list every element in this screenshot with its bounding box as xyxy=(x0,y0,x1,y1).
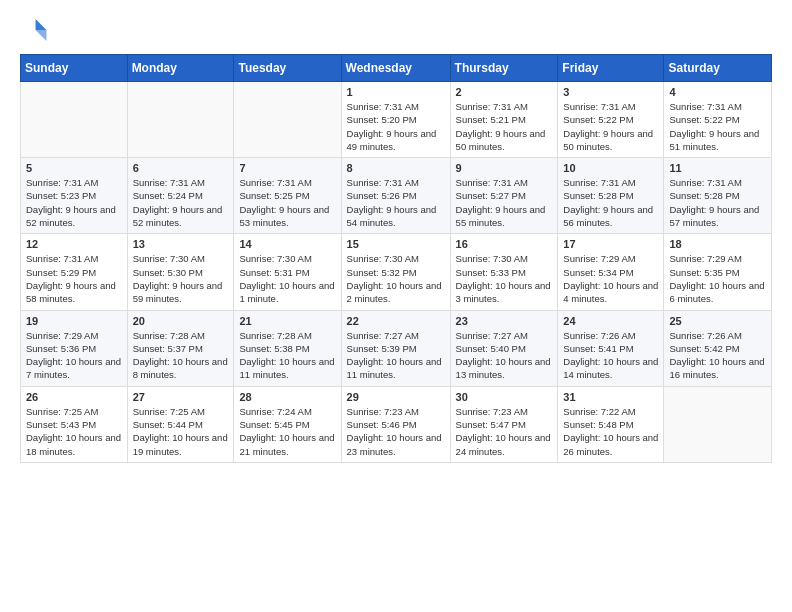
calendar-cell: 10 Sunrise: 7:31 AM Sunset: 5:28 PM Dayl… xyxy=(558,158,664,234)
day-info: Sunrise: 7:27 AM Sunset: 5:40 PM Dayligh… xyxy=(456,329,553,382)
day-number: 8 xyxy=(347,162,445,174)
day-info: Sunrise: 7:25 AM Sunset: 5:44 PM Dayligh… xyxy=(133,405,229,458)
calendar-cell: 30 Sunrise: 7:23 AM Sunset: 5:47 PM Dayl… xyxy=(450,386,558,462)
daylight-text: Daylight: 9 hours and 51 minutes. xyxy=(669,128,759,152)
daylight-text: Daylight: 10 hours and 23 minutes. xyxy=(347,432,442,456)
sunrise-text: Sunrise: 7:23 AM xyxy=(347,406,419,417)
calendar-week-row: 26 Sunrise: 7:25 AM Sunset: 5:43 PM Dayl… xyxy=(21,386,772,462)
day-number: 16 xyxy=(456,238,553,250)
sunset-text: Sunset: 5:28 PM xyxy=(669,190,739,201)
sunset-text: Sunset: 5:22 PM xyxy=(669,114,739,125)
day-info: Sunrise: 7:31 AM Sunset: 5:22 PM Dayligh… xyxy=(563,100,658,153)
calendar-cell xyxy=(21,82,128,158)
daylight-text: Daylight: 9 hours and 54 minutes. xyxy=(347,204,437,228)
calendar-cell: 5 Sunrise: 7:31 AM Sunset: 5:23 PM Dayli… xyxy=(21,158,128,234)
day-info: Sunrise: 7:25 AM Sunset: 5:43 PM Dayligh… xyxy=(26,405,122,458)
day-info: Sunrise: 7:29 AM Sunset: 5:34 PM Dayligh… xyxy=(563,252,658,305)
sunrise-text: Sunrise: 7:31 AM xyxy=(563,101,635,112)
calendar-cell: 20 Sunrise: 7:28 AM Sunset: 5:37 PM Dayl… xyxy=(127,310,234,386)
sunrise-text: Sunrise: 7:30 AM xyxy=(133,253,205,264)
day-number: 22 xyxy=(347,315,445,327)
sunset-text: Sunset: 5:44 PM xyxy=(133,419,203,430)
day-info: Sunrise: 7:31 AM Sunset: 5:20 PM Dayligh… xyxy=(347,100,445,153)
day-number: 6 xyxy=(133,162,229,174)
sunset-text: Sunset: 5:34 PM xyxy=(563,267,633,278)
sunset-text: Sunset: 5:42 PM xyxy=(669,343,739,354)
sunrise-text: Sunrise: 7:30 AM xyxy=(239,253,311,264)
day-info: Sunrise: 7:31 AM Sunset: 5:23 PM Dayligh… xyxy=(26,176,122,229)
day-number: 12 xyxy=(26,238,122,250)
calendar-cell: 22 Sunrise: 7:27 AM Sunset: 5:39 PM Dayl… xyxy=(341,310,450,386)
calendar-cell: 15 Sunrise: 7:30 AM Sunset: 5:32 PM Dayl… xyxy=(341,234,450,310)
sunrise-text: Sunrise: 7:27 AM xyxy=(347,330,419,341)
day-number: 15 xyxy=(347,238,445,250)
sunrise-text: Sunrise: 7:29 AM xyxy=(669,253,741,264)
sunset-text: Sunset: 5:31 PM xyxy=(239,267,309,278)
day-number: 24 xyxy=(563,315,658,327)
day-info: Sunrise: 7:31 AM Sunset: 5:27 PM Dayligh… xyxy=(456,176,553,229)
calendar-cell: 1 Sunrise: 7:31 AM Sunset: 5:20 PM Dayli… xyxy=(341,82,450,158)
daylight-text: Daylight: 10 hours and 6 minutes. xyxy=(669,280,764,304)
logo xyxy=(20,16,52,44)
day-number: 23 xyxy=(456,315,553,327)
calendar-cell: 17 Sunrise: 7:29 AM Sunset: 5:34 PM Dayl… xyxy=(558,234,664,310)
sunrise-text: Sunrise: 7:26 AM xyxy=(563,330,635,341)
calendar-cell: 19 Sunrise: 7:29 AM Sunset: 5:36 PM Dayl… xyxy=(21,310,128,386)
daylight-text: Daylight: 10 hours and 13 minutes. xyxy=(456,356,551,380)
daylight-text: Daylight: 9 hours and 49 minutes. xyxy=(347,128,437,152)
calendar-cell: 23 Sunrise: 7:27 AM Sunset: 5:40 PM Dayl… xyxy=(450,310,558,386)
calendar-cell: 8 Sunrise: 7:31 AM Sunset: 5:26 PM Dayli… xyxy=(341,158,450,234)
sunrise-text: Sunrise: 7:31 AM xyxy=(347,177,419,188)
column-header-tuesday: Tuesday xyxy=(234,55,341,82)
sunrise-text: Sunrise: 7:29 AM xyxy=(26,330,98,341)
daylight-text: Daylight: 10 hours and 7 minutes. xyxy=(26,356,121,380)
calendar-cell: 9 Sunrise: 7:31 AM Sunset: 5:27 PM Dayli… xyxy=(450,158,558,234)
calendar-week-row: 12 Sunrise: 7:31 AM Sunset: 5:29 PM Dayl… xyxy=(21,234,772,310)
sunrise-text: Sunrise: 7:24 AM xyxy=(239,406,311,417)
daylight-text: Daylight: 10 hours and 26 minutes. xyxy=(563,432,658,456)
sunset-text: Sunset: 5:35 PM xyxy=(669,267,739,278)
calendar-cell: 3 Sunrise: 7:31 AM Sunset: 5:22 PM Dayli… xyxy=(558,82,664,158)
sunrise-text: Sunrise: 7:31 AM xyxy=(456,177,528,188)
calendar-cell xyxy=(664,386,772,462)
sunrise-text: Sunrise: 7:31 AM xyxy=(26,253,98,264)
day-number: 19 xyxy=(26,315,122,327)
sunset-text: Sunset: 5:37 PM xyxy=(133,343,203,354)
daylight-text: Daylight: 9 hours and 56 minutes. xyxy=(563,204,653,228)
day-number: 11 xyxy=(669,162,766,174)
calendar-cell: 14 Sunrise: 7:30 AM Sunset: 5:31 PM Dayl… xyxy=(234,234,341,310)
day-info: Sunrise: 7:29 AM Sunset: 5:35 PM Dayligh… xyxy=(669,252,766,305)
sunrise-text: Sunrise: 7:27 AM xyxy=(456,330,528,341)
calendar-cell: 18 Sunrise: 7:29 AM Sunset: 5:35 PM Dayl… xyxy=(664,234,772,310)
sunrise-text: Sunrise: 7:25 AM xyxy=(26,406,98,417)
day-info: Sunrise: 7:30 AM Sunset: 5:33 PM Dayligh… xyxy=(456,252,553,305)
calendar-week-row: 5 Sunrise: 7:31 AM Sunset: 5:23 PM Dayli… xyxy=(21,158,772,234)
daylight-text: Daylight: 10 hours and 21 minutes. xyxy=(239,432,334,456)
sunset-text: Sunset: 5:46 PM xyxy=(347,419,417,430)
calendar-cell: 25 Sunrise: 7:26 AM Sunset: 5:42 PM Dayl… xyxy=(664,310,772,386)
daylight-text: Daylight: 10 hours and 16 minutes. xyxy=(669,356,764,380)
day-number: 27 xyxy=(133,391,229,403)
day-info: Sunrise: 7:24 AM Sunset: 5:45 PM Dayligh… xyxy=(239,405,335,458)
sunrise-text: Sunrise: 7:30 AM xyxy=(347,253,419,264)
calendar-cell: 29 Sunrise: 7:23 AM Sunset: 5:46 PM Dayl… xyxy=(341,386,450,462)
sunset-text: Sunset: 5:43 PM xyxy=(26,419,96,430)
day-info: Sunrise: 7:31 AM Sunset: 5:29 PM Dayligh… xyxy=(26,252,122,305)
day-number: 26 xyxy=(26,391,122,403)
day-info: Sunrise: 7:31 AM Sunset: 5:26 PM Dayligh… xyxy=(347,176,445,229)
sunrise-text: Sunrise: 7:22 AM xyxy=(563,406,635,417)
sunrise-text: Sunrise: 7:23 AM xyxy=(456,406,528,417)
daylight-text: Daylight: 9 hours and 55 minutes. xyxy=(456,204,546,228)
sunset-text: Sunset: 5:27 PM xyxy=(456,190,526,201)
svg-marker-1 xyxy=(36,30,47,41)
day-info: Sunrise: 7:31 AM Sunset: 5:22 PM Dayligh… xyxy=(669,100,766,153)
day-info: Sunrise: 7:31 AM Sunset: 5:28 PM Dayligh… xyxy=(669,176,766,229)
daylight-text: Daylight: 10 hours and 4 minutes. xyxy=(563,280,658,304)
daylight-text: Daylight: 9 hours and 52 minutes. xyxy=(133,204,223,228)
daylight-text: Daylight: 10 hours and 3 minutes. xyxy=(456,280,551,304)
sunset-text: Sunset: 5:39 PM xyxy=(347,343,417,354)
sunset-text: Sunset: 5:40 PM xyxy=(456,343,526,354)
day-number: 21 xyxy=(239,315,335,327)
sunrise-text: Sunrise: 7:28 AM xyxy=(239,330,311,341)
sunset-text: Sunset: 5:20 PM xyxy=(347,114,417,125)
